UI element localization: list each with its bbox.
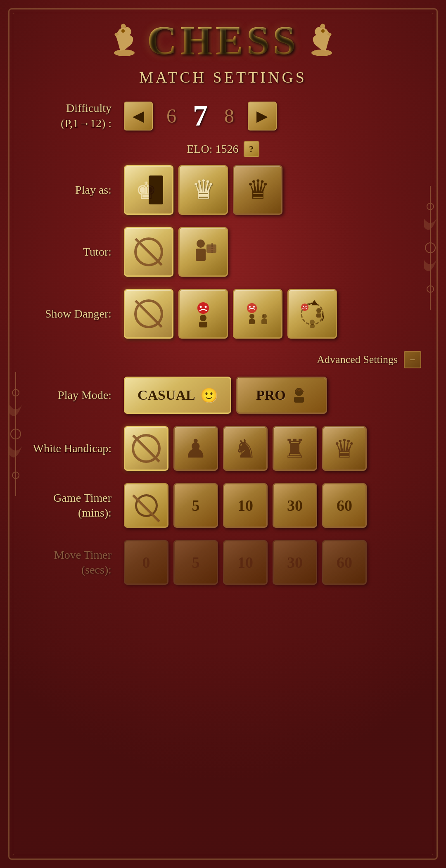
svg-point-42 [316,308,321,313]
main-content: Difficulty (P,1→12) : ◀ 6 7 8 ▶ ELO: 152… [0,95,446,601]
show-danger-label: Show Danger: [25,306,124,321]
handicap-none-button[interactable] [124,426,168,471]
casual-mode-icon: 🙂 [200,387,218,403]
advanced-settings-row: Advanced Settings − [25,351,421,368]
danger-all-button[interactable] [287,289,337,339]
svg-point-32 [253,306,255,308]
tutor-person-icon [188,237,218,267]
svg-point-39 [301,304,308,311]
svg-point-9 [121,29,125,33]
danger-current-icon [188,299,218,329]
danger-moves-button[interactable]: → [233,289,282,339]
difficulty-prev-value: 6 [161,104,182,127]
no-handicap-icon [132,434,161,463]
svg-point-28 [200,315,206,321]
game-timer-5-button[interactable]: 5 [173,483,218,528]
game-timer-60-label: 60 [337,496,352,515]
svg-rect-34 [249,319,255,324]
white-handicap-controls: ♟ ♞ ♜ ♛ [124,426,367,471]
casual-mode-button[interactable]: CASUAL 🙂 [124,377,231,414]
pro-mode-button[interactable]: PRO [236,377,327,414]
move-timer-60-label: 60 [337,553,352,572]
difficulty-next-value: 8 [219,104,240,127]
white-king-icon: ♛ [192,177,215,203]
header: CHESS MATCH SETTINGS [0,0,446,95]
svg-rect-47 [294,397,304,403]
svg-point-25 [197,302,209,314]
svg-rect-19 [196,249,206,261]
handicap-knight-button[interactable]: ♞ [223,426,268,471]
left-knight-icon [106,22,143,59]
danger-moves-icon: → [243,299,273,329]
advanced-settings-toggle-button[interactable]: − [404,351,421,368]
svg-point-18 [197,240,205,248]
play-as-white-button[interactable]: ♛ [178,165,228,215]
elo-row: ELO: 1526 ? [25,141,421,157]
no-danger-icon [134,299,163,328]
pawn-icon: ♟ [184,434,207,464]
play-as-controls: ♚ ♚ ♚ ♛ ♛ [124,165,282,215]
show-danger-controls: → [124,289,337,339]
svg-point-41 [306,306,307,307]
move-timer-10-button[interactable]: 10 [223,540,268,585]
elo-help-button[interactable]: ? [244,141,259,157]
move-timer-5-label: 5 [192,553,200,572]
svg-point-11 [321,29,325,33]
difficulty-controls: ◀ 6 7 8 ▶ [124,99,277,133]
svg-point-33 [249,314,254,319]
white-handicap-label: White Handicap: [25,441,124,456]
play-as-row: Play as: ♚ [25,165,421,215]
move-timer-controls: 0 5 10 30 60 [124,540,367,585]
difficulty-label: Difficulty (P,1→12) : [25,101,124,131]
white-handicap-row: White Handicap: ♟ ♞ [25,426,421,471]
svg-point-44 [310,320,315,325]
svg-rect-29 [199,322,207,327]
danger-all-icon [297,299,327,329]
right-knight-icon [303,22,340,59]
tutor-off-button[interactable] [124,227,173,277]
svg-point-8 [114,50,135,56]
difficulty-row: Difficulty (P,1→12) : ◀ 6 7 8 ▶ [25,99,421,133]
svg-point-26 [200,306,202,308]
game-timer-label: Game Timer (mins): [25,491,124,521]
play-as-random-button[interactable]: ♚ ♚ ♚ [124,165,173,215]
casual-mode-label: CASUAL [138,387,195,403]
game-timer-10-label: 10 [237,496,253,515]
no-timer-icon [135,494,158,517]
play-mode-row: Play Mode: CASUAL 🙂 PRO [25,377,421,414]
danger-current-button[interactable] [178,289,228,339]
difficulty-increase-button[interactable]: ▶ [248,102,277,130]
handicap-rook-button[interactable]: ♜ [273,426,317,471]
game-timer-10-button[interactable]: 10 [223,483,268,528]
move-timer-10-label: 10 [237,553,253,572]
game-timer-off-button[interactable] [124,483,168,528]
no-tutor-icon [134,237,163,266]
move-timer-30-label: 30 [287,553,303,572]
show-danger-row: Show Danger: [25,289,421,339]
tutor-on-button[interactable] [178,227,228,277]
move-timer-0-button[interactable]: 0 [124,540,168,585]
svg-rect-37 [261,319,267,324]
tutor-row: Tutor: [25,227,421,277]
difficulty-current-value: 7 [190,99,211,133]
svg-point-31 [249,306,251,308]
handicap-queen-button[interactable]: ♛ [322,426,367,471]
svg-point-27 [205,306,207,308]
svg-point-40 [303,306,304,307]
move-timer-label: Move Timer (secs): [25,548,124,578]
danger-off-button[interactable] [124,289,173,339]
move-timer-row: Move Timer (secs): 0 5 10 30 60 [25,540,421,585]
svg-rect-45 [310,325,315,328]
elo-value: ELO: 1526 [187,142,238,156]
game-timer-60-button[interactable]: 60 [322,483,367,528]
move-timer-60-button[interactable]: 60 [322,540,367,585]
play-as-black-button[interactable]: ♛ [233,165,282,215]
tutor-controls [124,227,228,277]
page-subtitle: MATCH SETTINGS [8,68,438,86]
play-as-label: Play as: [25,183,124,197]
move-timer-30-button[interactable]: 30 [273,540,317,585]
handicap-pawn-button[interactable]: ♟ [173,426,218,471]
difficulty-decrease-button[interactable]: ◀ [124,102,153,130]
move-timer-5-button[interactable]: 5 [173,540,218,585]
game-timer-30-button[interactable]: 30 [273,483,317,528]
